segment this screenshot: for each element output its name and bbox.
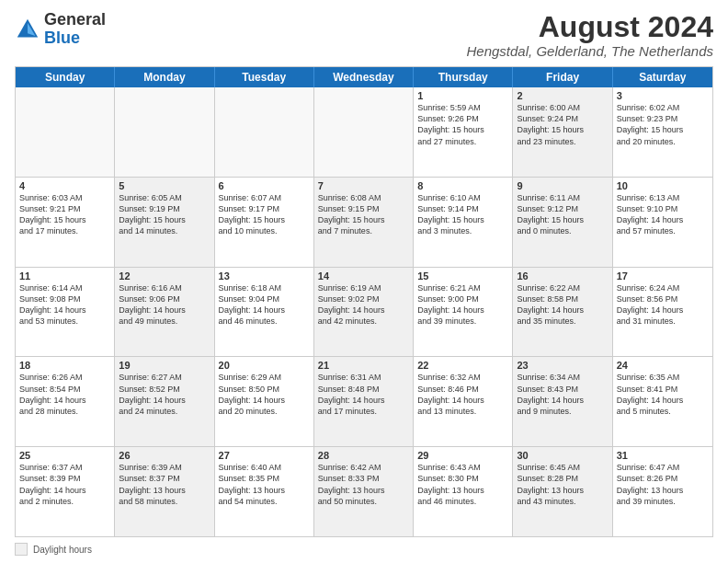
day-number: 12 [119, 270, 210, 282]
calendar-cell: 7Sunrise: 6:08 AM Sunset: 9:15 PM Daylig… [314, 178, 414, 267]
calendar-cell: 12Sunrise: 6:16 AM Sunset: 9:06 PM Dayli… [115, 268, 214, 357]
calendar-cell: 26Sunrise: 6:39 AM Sunset: 8:37 PM Dayli… [115, 447, 214, 536]
day-number: 1 [417, 90, 508, 101]
day-info: Sunrise: 6:34 AM Sunset: 8:43 PM Dayligh… [517, 372, 608, 417]
day-info: Sunrise: 6:26 AM Sunset: 8:54 PM Dayligh… [19, 372, 110, 417]
day-number: 24 [617, 360, 709, 371]
day-info: Sunrise: 6:02 AM Sunset: 9:23 PM Dayligh… [617, 102, 709, 147]
calendar-row-1: 1Sunrise: 5:59 AM Sunset: 9:26 PM Daylig… [16, 87, 712, 177]
day-number: 7 [318, 180, 409, 191]
day-info: Sunrise: 6:13 AM Sunset: 9:10 PM Dayligh… [617, 192, 709, 237]
day-info: Sunrise: 6:27 AM Sunset: 8:52 PM Dayligh… [119, 372, 210, 417]
day-number: 8 [417, 180, 508, 191]
calendar-cell: 29Sunrise: 6:43 AM Sunset: 8:30 PM Dayli… [414, 447, 513, 536]
day-info: Sunrise: 6:00 AM Sunset: 9:24 PM Dayligh… [517, 102, 608, 147]
day-info: Sunrise: 6:47 AM Sunset: 8:26 PM Dayligh… [617, 462, 709, 507]
shaded-box [15, 543, 28, 556]
calendar-cell: 5Sunrise: 6:05 AM Sunset: 9:19 PM Daylig… [115, 178, 214, 267]
calendar-cell: 28Sunrise: 6:42 AM Sunset: 8:33 PM Dayli… [314, 447, 414, 536]
day-info: Sunrise: 6:19 AM Sunset: 9:02 PM Dayligh… [318, 282, 409, 327]
day-info: Sunrise: 6:14 AM Sunset: 9:08 PM Dayligh… [19, 282, 110, 327]
calendar-cell [115, 87, 214, 177]
day-info: Sunrise: 6:37 AM Sunset: 8:39 PM Dayligh… [19, 462, 110, 507]
day-info: Sunrise: 6:10 AM Sunset: 9:14 PM Dayligh… [417, 192, 508, 237]
logo-general: General [44, 10, 106, 29]
day-number: 23 [517, 360, 608, 371]
day-number: 5 [119, 180, 210, 191]
day-number: 13 [219, 270, 310, 282]
day-number: 6 [219, 180, 310, 191]
header-cell-sunday: Sunday [16, 67, 115, 87]
day-info: Sunrise: 6:22 AM Sunset: 8:58 PM Dayligh… [517, 282, 608, 327]
calendar-cell: 1Sunrise: 5:59 AM Sunset: 9:26 PM Daylig… [414, 87, 513, 177]
calendar-cell: 4Sunrise: 6:03 AM Sunset: 9:21 PM Daylig… [16, 178, 115, 267]
calendar-cell [314, 87, 414, 177]
header-cell-monday: Monday [115, 67, 214, 87]
day-info: Sunrise: 6:16 AM Sunset: 9:06 PM Dayligh… [119, 282, 210, 327]
day-number: 25 [19, 450, 110, 461]
main-title: August 2024 [467, 11, 714, 43]
day-number: 4 [19, 180, 110, 191]
subtitle: Hengstdal, Gelderland, The Netherlands [467, 43, 714, 59]
calendar-row-5: 25Sunrise: 6:37 AM Sunset: 8:39 PM Dayli… [16, 446, 712, 536]
day-info: Sunrise: 6:07 AM Sunset: 9:17 PM Dayligh… [219, 192, 310, 237]
calendar-cell [16, 87, 115, 177]
day-info: Sunrise: 6:32 AM Sunset: 8:46 PM Dayligh… [417, 372, 508, 417]
calendar-row-3: 11Sunrise: 6:14 AM Sunset: 9:08 PM Dayli… [16, 267, 712, 357]
logo-text: General Blue [44, 11, 106, 48]
calendar-cell: 15Sunrise: 6:21 AM Sunset: 9:00 PM Dayli… [414, 268, 513, 357]
header-cell-friday: Friday [513, 67, 612, 87]
day-number: 9 [517, 180, 608, 191]
day-info: Sunrise: 6:24 AM Sunset: 8:56 PM Dayligh… [617, 282, 709, 327]
day-number: 31 [617, 450, 709, 461]
calendar-cell: 16Sunrise: 6:22 AM Sunset: 8:58 PM Dayli… [513, 268, 612, 357]
calendar-cell: 14Sunrise: 6:19 AM Sunset: 9:02 PM Dayli… [314, 268, 414, 357]
calendar-row-2: 4Sunrise: 6:03 AM Sunset: 9:21 PM Daylig… [16, 177, 712, 267]
calendar: SundayMondayTuesdayWednesdayThursdayFrid… [15, 66, 713, 537]
calendar-cell: 23Sunrise: 6:34 AM Sunset: 8:43 PM Dayli… [513, 357, 612, 446]
day-number: 18 [19, 360, 110, 371]
header: General Blue August 2024 Hengstdal, Geld… [15, 11, 713, 59]
day-info: Sunrise: 6:42 AM Sunset: 8:33 PM Dayligh… [318, 462, 409, 507]
footer-label: Daylight hours [33, 545, 92, 555]
page: General Blue August 2024 Hengstdal, Geld… [0, 0, 728, 563]
day-info: Sunrise: 6:05 AM Sunset: 9:19 PM Dayligh… [119, 192, 210, 237]
day-info: Sunrise: 6:35 AM Sunset: 8:41 PM Dayligh… [617, 372, 709, 417]
day-number: 10 [617, 180, 709, 191]
calendar-cell: 22Sunrise: 6:32 AM Sunset: 8:46 PM Dayli… [414, 357, 513, 446]
day-number: 16 [517, 270, 608, 282]
day-number: 28 [318, 450, 409, 461]
calendar-cell: 24Sunrise: 6:35 AM Sunset: 8:41 PM Dayli… [613, 357, 712, 446]
day-number: 22 [417, 360, 508, 371]
calendar-cell: 27Sunrise: 6:40 AM Sunset: 8:35 PM Dayli… [215, 447, 314, 536]
day-number: 21 [318, 360, 409, 371]
day-number: 3 [617, 90, 709, 101]
header-cell-wednesday: Wednesday [314, 67, 414, 87]
header-cell-saturday: Saturday [613, 67, 712, 87]
day-info: Sunrise: 6:08 AM Sunset: 9:15 PM Dayligh… [318, 192, 409, 237]
day-info: Sunrise: 6:40 AM Sunset: 8:35 PM Dayligh… [219, 462, 310, 507]
day-info: Sunrise: 6:39 AM Sunset: 8:37 PM Dayligh… [119, 462, 210, 507]
day-number: 29 [417, 450, 508, 461]
day-number: 15 [417, 270, 508, 282]
logo: General Blue [15, 11, 106, 48]
title-block: August 2024 Hengstdal, Gelderland, The N… [467, 11, 714, 59]
day-number: 11 [19, 270, 110, 282]
day-number: 17 [617, 270, 709, 282]
calendar-cell: 3Sunrise: 6:02 AM Sunset: 9:23 PM Daylig… [613, 87, 712, 177]
logo-blue: Blue [44, 29, 80, 47]
header-cell-thursday: Thursday [414, 67, 513, 87]
calendar-cell: 17Sunrise: 6:24 AM Sunset: 8:56 PM Dayli… [613, 268, 712, 357]
day-info: Sunrise: 6:18 AM Sunset: 9:04 PM Dayligh… [219, 282, 310, 327]
header-cell-tuesday: Tuesday [215, 67, 314, 87]
calendar-cell: 2Sunrise: 6:00 AM Sunset: 9:24 PM Daylig… [513, 87, 612, 177]
day-number: 30 [517, 450, 608, 461]
calendar-header: SundayMondayTuesdayWednesdayThursdayFrid… [16, 67, 712, 87]
day-info: Sunrise: 6:31 AM Sunset: 8:48 PM Dayligh… [318, 372, 409, 417]
day-info: Sunrise: 6:45 AM Sunset: 8:28 PM Dayligh… [517, 462, 608, 507]
day-number: 19 [119, 360, 210, 371]
calendar-body: 1Sunrise: 5:59 AM Sunset: 9:26 PM Daylig… [16, 87, 712, 536]
calendar-cell: 13Sunrise: 6:18 AM Sunset: 9:04 PM Dayli… [215, 268, 314, 357]
day-number: 20 [219, 360, 310, 371]
calendar-cell: 31Sunrise: 6:47 AM Sunset: 8:26 PM Dayli… [613, 447, 712, 536]
